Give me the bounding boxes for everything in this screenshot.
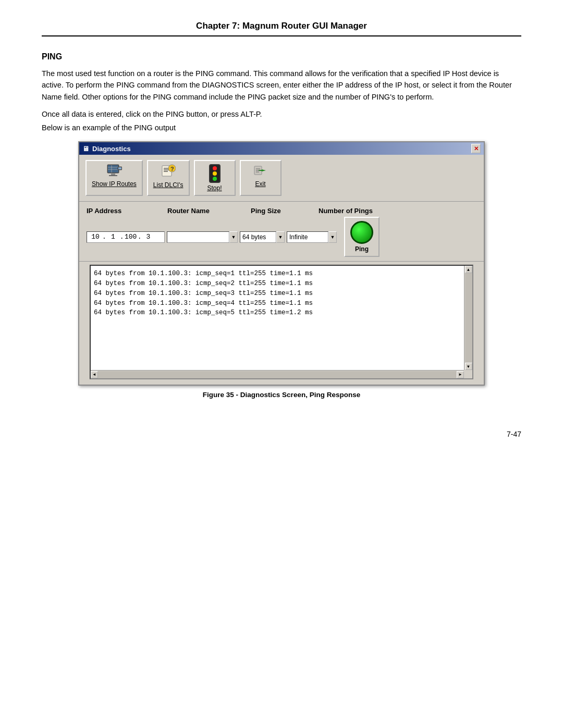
traffic-light-green [213,177,217,181]
form-inputs-row: 10 . 1 . 100 . 3 ▼ 64 bytes ▼ Infinite [87,217,476,257]
scroll-right-button[interactable]: ► [457,371,464,378]
svg-marker-17 [262,169,266,171]
scroll-up-button[interactable]: ▲ [465,266,472,273]
ip-octet-3[interactable]: 100 [125,233,137,241]
output-container: 64 bytes from 10.1.100.3: icmp_seq=1 ttl… [84,265,479,379]
help-icon: ? [161,164,176,180]
close-button[interactable]: ✕ [471,144,481,153]
ping-size-dropdown-arrow[interactable]: ▼ [276,231,285,243]
ping-output-text: 64 bytes from 10.1.100.3: icmp_seq=1 ttl… [94,269,469,318]
diagnostics-title: Diagnostics [92,145,131,153]
exit-label: Exit [255,180,265,188]
ping-output-area: 64 bytes from 10.1.100.3: icmp_seq=1 ttl… [90,265,473,379]
traffic-light-red [213,166,217,170]
ip-octet-2[interactable]: 1 [107,233,119,241]
vertical-scrollbar[interactable]: ▲ ▼ [464,266,472,370]
diagnostics-toolbar: Show IP Routes ? List DLCI's [79,155,484,202]
section-heading: PING [42,52,521,61]
stop-label: Stop! [207,184,222,192]
number-of-pings-select[interactable]: Infinite [287,231,328,243]
ip-octet-4[interactable]: 3 [142,233,154,241]
chapter-divider [42,35,521,36]
router-name-field-wrapper: ▼ [167,231,238,243]
number-of-pings-wrapper: Infinite ▼ [287,231,337,243]
section-line2: Below is an example of the PING output [42,124,521,132]
form-labels-row: IP Address Router Name Ping Size Number … [87,207,476,215]
stop-button[interactable]: Stop! [194,160,236,196]
scroll-left-button[interactable]: ◄ [91,371,98,378]
router-name-input[interactable] [167,231,229,243]
router-name-label: Router Name [167,207,251,215]
ip-address-label: IP Address [87,207,167,215]
scroll-track-v [465,273,472,363]
monitor-icon [106,164,122,179]
ping-size-field-wrapper: 64 bytes ▼ [240,231,285,243]
svg-rect-5 [111,174,115,175]
show-ip-routes-label: Show IP Routes [92,180,137,188]
diagnostics-icon: 🖥 [82,145,89,153]
form-area: IP Address Router Name Ping Size Number … [79,202,484,262]
ping-size-select[interactable]: 64 bytes [240,231,276,243]
svg-rect-8 [118,167,121,169]
diagnostics-titlebar: 🖥 Diagnostics ✕ [79,142,484,155]
exit-button[interactable]: Exit [240,160,282,196]
svg-rect-1 [108,165,118,172]
svg-text:?: ? [170,166,174,172]
diagnostics-window: 🖥 Diagnostics ✕ [78,141,485,386]
scrollbar-corner [464,370,472,378]
titlebar-left: 🖥 Diagnostics [82,145,131,153]
traffic-light-yellow [213,171,217,176]
traffic-light-icon [209,164,221,183]
exit-icon [253,164,268,179]
list-dlcis-button[interactable]: ? List DLCI's [147,160,190,196]
ping-circle-icon [350,221,373,244]
router-name-dropdown-arrow[interactable]: ▼ [229,231,238,243]
chapter-title: Chapter 7: Magnum Router GUI Manager [42,21,521,31]
ping-button[interactable]: Ping [344,217,380,257]
ip-octet-1[interactable]: 10 [89,233,102,241]
ping-button-label: Ping [355,245,369,253]
number-of-pings-label: Number of Pings [319,207,386,215]
page-number: 7-47 [42,430,521,438]
section-paragraph1: The most used test function on a router … [42,68,521,103]
section-line1: Once all data is entered, click on the P… [42,110,521,118]
horizontal-scrollbar[interactable]: ◄ ► [91,370,464,378]
ping-size-label: Ping Size [251,207,319,215]
ip-address-field[interactable]: 10 . 1 . 100 . 3 [87,231,165,243]
list-dlcis-label: List DLCI's [153,181,183,189]
scroll-down-button[interactable]: ▼ [465,363,472,370]
show-ip-routes-button[interactable]: Show IP Routes [85,160,143,196]
scroll-track-h [98,371,457,378]
figure-caption: Figure 35 - Diagnostics Screen, Ping Res… [42,391,521,399]
number-of-pings-dropdown-arrow[interactable]: ▼ [328,231,337,243]
svg-rect-6 [109,175,117,176]
